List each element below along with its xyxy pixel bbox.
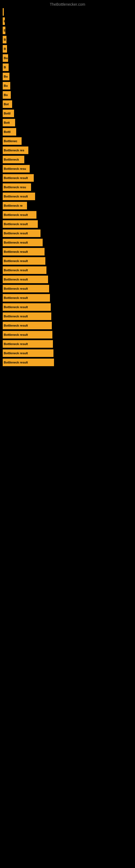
bar-25: Bottleneck result [3,239,43,246]
bar-row: Bott [3,119,132,126]
bar-label-34: Bottleneck result [4,324,28,327]
bar-19: Bottleneck resu [3,183,31,191]
bar-20: Bottleneck result [3,193,35,200]
bar-label-7: Bo [4,75,8,78]
bar-label-37: Bottleneck result [4,351,28,355]
bar-37: Bottleneck result [3,349,53,357]
bar-label-38: Bottleneck result [4,361,28,364]
bar-label-4: B [4,47,6,51]
bar-18: Bottleneck result [3,174,34,182]
bar-label-19: Bottleneck resu [4,186,26,189]
bar-33: Bottleneck result [3,312,51,320]
bar-5: Bo [3,54,8,62]
bar-label-32: Bottleneck result [4,305,28,309]
bar-4: B [3,45,7,53]
bar-label-25: Bottleneck result [4,241,28,244]
bar-38: Bottleneck result [3,359,54,366]
bar-24: Bottleneck result [3,229,41,237]
bar-16: Bottleneck [3,156,24,163]
bar-label-23: Bottleneck result [4,222,28,226]
bar-row: Bottleneck res [3,147,132,154]
bar-label-21: Bottleneck re [4,204,23,207]
site-title: TheBottlenecker.com [0,0,135,8]
bar-29: Bottleneck result [3,276,48,283]
bar-label-1: E [4,20,5,23]
bar-15: Bottleneck res [3,147,28,154]
bar-label-18: Bottleneck result [4,176,28,180]
bar-row [3,8,132,16]
bar-row: Bottleneck result [3,331,132,339]
bar-6: B [3,63,9,71]
bar-3: B [3,36,6,43]
bar-17: Bottleneck resu [3,165,30,173]
bar-row: Bottleneck re [3,202,132,209]
bar-21: Bottleneck re [3,202,27,209]
bar-label-28: Bottleneck result [4,269,28,272]
bar-26: Bottleneck result [3,248,45,255]
bars-container: EEBBBoBBoBoBoBotBottlBottBottlBottlenecB… [3,8,132,368]
bar-label-24: Bottleneck result [4,231,28,235]
bar-row: Bottleneck result [3,312,132,320]
bar-row: Bottleneck [3,156,132,163]
bar-30: Bottleneck result [3,285,49,292]
bar-label-29: Bottleneck result [4,278,28,281]
bar-32: Bottleneck result [3,303,51,311]
bar-12: Bott [3,119,15,126]
bar-row: Bo [3,54,132,62]
bar-row: Bottleneck result [3,229,132,237]
bar-label-5: Bo [4,56,8,60]
bar-row: Bottleneck result [3,257,132,265]
bar-0 [3,8,4,16]
bar-label-15: Bottleneck res [4,149,24,152]
bar-row: B [3,36,132,43]
bar-27: Bottleneck result [3,257,45,265]
bar-label-30: Bottleneck result [4,287,28,290]
bar-14: Bottlenec [3,137,21,145]
bar-row: Bottleneck result [3,174,132,182]
bar-row: Bottleneck result [3,340,132,348]
bar-row: B [3,63,132,71]
bar-row: Bottleneck result [3,220,132,228]
bar-row: E [3,27,132,34]
bar-36: Bottleneck result [3,340,53,348]
bar-label-11: Bottl [4,112,10,115]
bar-row: E [3,18,132,25]
bar-row: Bo [3,91,132,99]
bar-row: Bo [3,82,132,90]
bar-31: Bottleneck result [3,294,50,302]
bar-label-22: Bottleneck result [4,213,28,216]
bar-row: Bo [3,73,132,80]
bar-label-35: Bottleneck result [4,333,28,336]
bar-34: Bottleneck result [3,322,52,329]
bar-2: E [3,27,5,34]
bar-label-14: Bottlenec [4,140,17,143]
bar-28: Bottleneck result [3,267,46,274]
bar-label-2: E [4,29,5,32]
bar-label-8: Bo [4,84,8,87]
bar-row: Bottleneck result [3,359,132,366]
bar-label-13: Bottl [4,130,10,133]
bar-label-27: Bottleneck result [4,259,28,262]
bar-label-20: Bottleneck result [4,195,28,198]
bar-row: Bottleneck result [3,248,132,255]
bar-row: Bottleneck result [3,193,132,200]
bar-23: Bottleneck result [3,220,38,228]
bar-row: Bottleneck result [3,322,132,329]
bar-22: Bottleneck result [3,211,37,219]
bar-label-9: Bo [4,93,8,97]
bar-label-26: Bottleneck result [4,250,28,253]
bar-row: Bottleneck resu [3,165,132,173]
bar-row: Bottleneck result [3,239,132,246]
bar-35: Bottleneck result [3,331,52,339]
bar-row: Bottleneck resu [3,183,132,191]
bar-10: Bot [3,100,12,108]
bar-row: Bottl [3,128,132,135]
bar-row: Bottl [3,110,132,117]
bar-row: Bottleneck result [3,294,132,302]
bar-label-3: B [4,38,6,41]
bar-row: Bottlenec [3,137,132,145]
bar-row: B [3,45,132,53]
bar-row: Bottleneck result [3,211,132,219]
bar-label-17: Bottleneck resu [4,167,26,170]
bar-label-10: Bot [4,102,9,106]
